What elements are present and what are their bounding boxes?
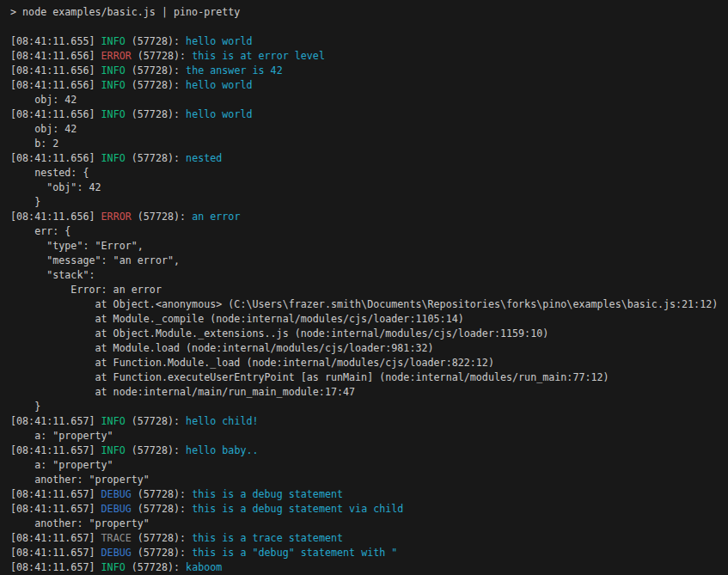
log-property: nested: { [10,167,89,179]
log-line: a: "property" [10,429,728,443]
log-line: [08:41:11.657] INFO (57728): hello baby.… [10,443,728,458]
log-timestamp: [08:41:11.657] [10,488,101,500]
log-timestamp: [08:41:11.656] [10,64,101,76]
log-timestamp: [08:41:11.656] [10,152,101,164]
log-timestamp: [08:41:11.657] [10,547,101,559]
log-line: err: { [10,224,728,239]
log-pid: (57728): [125,415,186,427]
log-level: DEBUG [101,547,132,559]
log-line: obj: 42 [10,93,728,107]
log-line: "obj": 42 [10,180,728,195]
log-message: hello child! [186,415,258,427]
log-pid: (57728): [132,488,192,500]
log-stack-line: at Module._compile (node:internal/module… [10,313,464,325]
log-message: this is a debug statement [192,488,343,500]
log-level: INFO [101,108,125,120]
log-level: INFO [101,415,125,427]
log-pid: (57728): [125,108,186,120]
log-property: a: "property" [10,459,113,471]
log-pid: (57728): [125,444,186,456]
log-line: [08:41:11.657] INFO (57728): hello child… [10,414,728,429]
log-level: INFO [101,79,125,91]
log-line: at node:internal/main/run_main_module:17… [10,385,728,400]
log-line: b: 2 [10,137,728,151]
log-stack-line: at Object.<anonymous> (C:\Users\frazer.s… [10,298,718,310]
log-pid: (57728): [125,79,186,91]
log-property: } [10,196,40,208]
log-message: hello world [186,108,252,120]
log-property: "type": "Error", [10,240,144,252]
log-property: } [10,401,40,413]
log-timestamp: [08:41:11.657] [10,532,101,544]
log-line: "stack": [10,268,728,283]
log-property: "stack": [10,269,95,281]
log-message: the answer is 42 [186,64,283,76]
log-message: nested [186,152,222,164]
log-level: ERROR [101,50,132,62]
log-line: [08:41:11.655] INFO (57728): hello world [10,34,728,49]
log-line: [08:41:11.657] DEBUG (57728): this is a … [10,546,728,560]
log-property: b: 2 [10,138,58,150]
log-line: another: "property" [10,517,728,531]
log-pid: (57728): [125,561,186,573]
log-property: obj: 42 [10,123,76,135]
log-property: err: { [10,225,70,237]
log-property: obj: 42 [10,94,76,106]
log-level: INFO [101,561,125,573]
log-timestamp: [08:41:11.657] [10,561,101,573]
log-line: } [10,400,728,414]
log-line: nested: { [10,166,728,180]
log-message: hello world [186,35,252,47]
log-message: this is at error level [192,50,325,62]
log-line: at Function.Module._load (node:internal/… [10,356,728,370]
log-timestamp: [08:41:11.656] [10,50,101,62]
log-line: [08:41:11.656] INFO (57728): nested [10,151,728,166]
log-property: "message": "an error", [10,254,180,266]
log-timestamp: [08:41:11.657] [10,444,101,456]
log-timestamp: [08:41:11.656] [10,108,101,120]
log-pid: (57728): [125,35,186,47]
log-stack-line: at Object.Module._extensions..js (node:i… [10,327,548,339]
log-line: at Object.<anonymous> (C:\Users\frazer.s… [10,297,728,312]
log-message: this is a trace statement [192,532,343,544]
log-command: > node examples/basic.js | pino-pretty [10,6,240,18]
log-level: TRACE [101,532,132,544]
log-stack-line: at node:internal/main/run_main_module:17… [10,386,355,398]
log-level: ERROR [101,211,132,223]
log-timestamp: [08:41:11.656] [10,79,101,91]
log-line: [08:41:11.656] ERROR (57728): an error [10,210,728,224]
log-timestamp: [08:41:11.656] [10,211,101,223]
log-message: hello baby.. [186,444,258,456]
log-level: INFO [101,64,125,76]
log-line: "message": "an error", [10,254,728,268]
log-property: another: "property" [10,517,150,529]
log-line [10,20,728,34]
log-line: a: "property" [10,458,728,473]
log-message: this is a debug statement via child [192,503,403,515]
log-timestamp: [08:41:11.657] [10,415,101,427]
log-stack-line: at Function.executeUserEntryPoint [as ru… [10,371,609,383]
log-line: [08:41:11.657] DEBUG (57728): this is a … [10,502,728,517]
log-level: DEBUG [101,488,132,500]
log-timestamp: [08:41:11.657] [10,503,101,515]
log-stack-line: at Module.load (node:internal/modules/cj… [10,342,434,354]
log-pid: (57728): [125,64,186,76]
log-property: a: "property" [10,430,113,442]
log-line: [08:41:11.656] INFO (57728): hello world [10,107,728,122]
log-line: at Function.executeUserEntryPoint [as ru… [10,370,728,385]
log-line: [08:41:11.656] ERROR (57728): this is at… [10,49,728,64]
log-message: an error [192,211,240,223]
log-timestamp: [08:41:11.655] [10,35,101,47]
log-line: [08:41:11.656] INFO (57728): the answer … [10,64,728,78]
log-message: kaboom [186,561,222,573]
log-stack-line: at Function.Module._load (node:internal/… [10,357,494,369]
log-level: INFO [101,35,125,47]
log-pid: (57728): [125,152,186,164]
log-line: at Module._compile (node:internal/module… [10,312,728,327]
log-stack-line: Error: an error [10,284,162,296]
log-line: "type": "Error", [10,239,728,254]
terminal-output: > node examples/basic.js | pino-pretty[0… [0,0,728,575]
log-level: INFO [101,152,125,164]
log-line: [08:41:11.657] DEBUG (57728): this is a … [10,487,728,502]
log-line: another: "property" [10,473,728,487]
